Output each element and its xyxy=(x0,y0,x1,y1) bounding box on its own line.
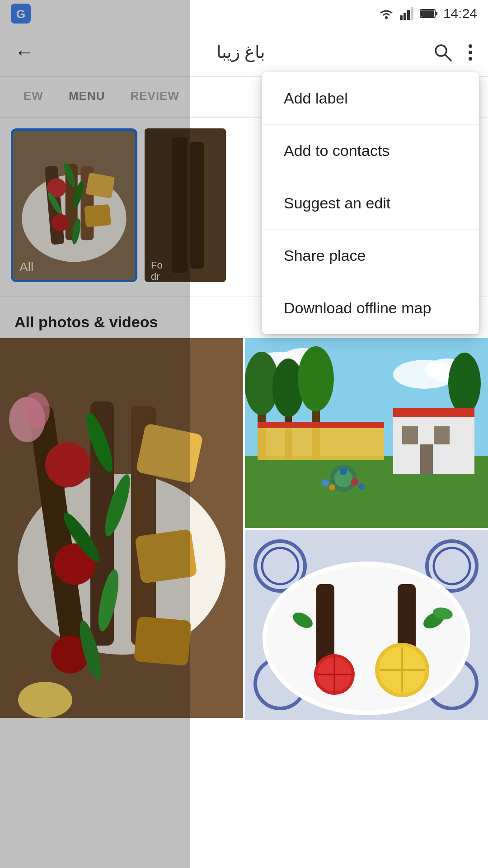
svg-rect-5 xyxy=(407,10,410,20)
dropdown-item-share-place[interactable]: Share place xyxy=(262,230,479,282)
status-time: 14:24 xyxy=(443,6,477,21)
search-icon xyxy=(433,42,453,62)
svg-rect-6 xyxy=(411,7,413,20)
svg-point-75 xyxy=(340,468,347,475)
search-button[interactable] xyxy=(433,41,453,62)
svg-rect-9 xyxy=(421,10,434,17)
wifi-icon xyxy=(378,7,394,20)
dropdown-item-add-label[interactable]: Add label xyxy=(262,72,479,125)
app-bar-icons xyxy=(433,41,474,62)
svg-rect-8 xyxy=(435,12,437,15)
svg-rect-3 xyxy=(400,15,403,20)
svg-point-13 xyxy=(469,51,472,54)
svg-point-78 xyxy=(351,478,358,486)
plate-visual xyxy=(245,530,488,720)
grid-photo-garden[interactable] xyxy=(245,338,488,528)
dropdown-menu: Add label Add to contacts Suggest an edi… xyxy=(262,72,479,334)
svg-rect-4 xyxy=(404,13,406,20)
svg-point-77 xyxy=(329,484,335,491)
svg-rect-68 xyxy=(434,426,450,444)
svg-point-79 xyxy=(358,483,365,490)
svg-rect-67 xyxy=(402,426,418,444)
svg-rect-70 xyxy=(393,408,474,417)
dropdown-item-download-map[interactable]: Download offline map xyxy=(262,282,479,334)
more-options-icon xyxy=(467,42,474,62)
dropdown-item-add-contacts[interactable]: Add to contacts xyxy=(262,125,479,177)
svg-rect-71 xyxy=(258,424,384,460)
background-dim xyxy=(0,0,190,868)
signal-icon xyxy=(400,7,414,20)
svg-rect-72 xyxy=(258,422,384,428)
svg-line-11 xyxy=(445,55,451,61)
garden-visual xyxy=(245,338,488,528)
battery-icon xyxy=(420,8,438,19)
svg-point-88 xyxy=(267,566,466,711)
svg-point-12 xyxy=(469,44,472,48)
svg-point-2 xyxy=(385,16,388,19)
status-bar-right: 14:24 xyxy=(378,6,477,21)
svg-point-65 xyxy=(448,353,481,414)
svg-rect-69 xyxy=(420,444,433,474)
grid-photo-plate[interactable] xyxy=(245,530,488,720)
svg-point-76 xyxy=(322,479,329,486)
svg-point-14 xyxy=(469,57,472,61)
svg-rect-30 xyxy=(190,142,204,269)
dropdown-item-suggest-edit[interactable]: Suggest an edit xyxy=(262,177,479,230)
svg-point-63 xyxy=(298,346,334,411)
more-options-button[interactable] xyxy=(467,41,474,62)
